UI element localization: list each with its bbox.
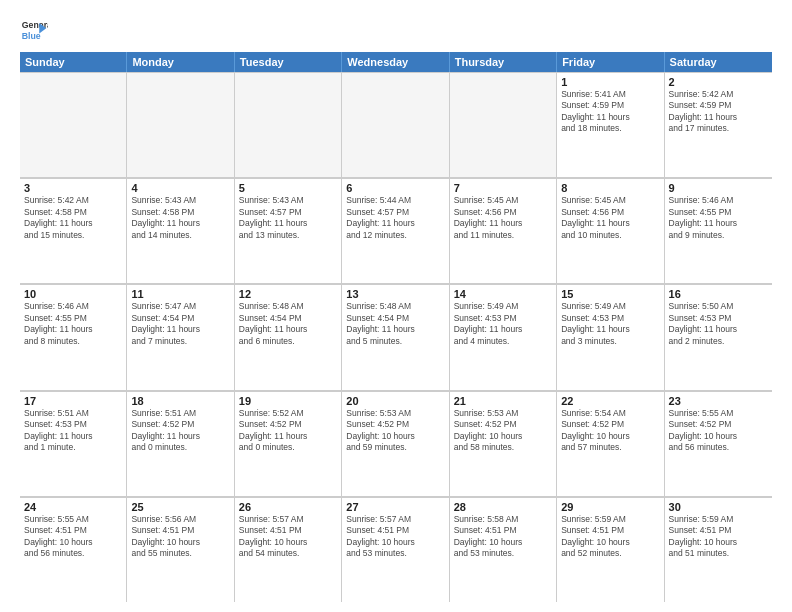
- calendar-cell: 11Sunrise: 5:47 AM Sunset: 4:54 PM Dayli…: [127, 284, 234, 389]
- cell-content: Sunrise: 5:48 AM Sunset: 4:54 PM Dayligh…: [346, 301, 444, 347]
- calendar-cell: 14Sunrise: 5:49 AM Sunset: 4:53 PM Dayli…: [450, 284, 557, 389]
- calendar-cell: 24Sunrise: 5:55 AM Sunset: 4:51 PM Dayli…: [20, 497, 127, 602]
- day-number: 22: [561, 395, 659, 407]
- calendar-cell: 8Sunrise: 5:45 AM Sunset: 4:56 PM Daylig…: [557, 178, 664, 283]
- cell-content: Sunrise: 5:52 AM Sunset: 4:52 PM Dayligh…: [239, 408, 337, 454]
- cell-content: Sunrise: 5:55 AM Sunset: 4:51 PM Dayligh…: [24, 514, 122, 560]
- calendar-cell: 29Sunrise: 5:59 AM Sunset: 4:51 PM Dayli…: [557, 497, 664, 602]
- cell-content: Sunrise: 5:56 AM Sunset: 4:51 PM Dayligh…: [131, 514, 229, 560]
- day-number: 7: [454, 182, 552, 194]
- cell-content: Sunrise: 5:57 AM Sunset: 4:51 PM Dayligh…: [346, 514, 444, 560]
- calendar-cell: 30Sunrise: 5:59 AM Sunset: 4:51 PM Dayli…: [665, 497, 772, 602]
- calendar-cell: 26Sunrise: 5:57 AM Sunset: 4:51 PM Dayli…: [235, 497, 342, 602]
- calendar-cell: 20Sunrise: 5:53 AM Sunset: 4:52 PM Dayli…: [342, 391, 449, 496]
- header-cell-sunday: Sunday: [20, 52, 127, 72]
- day-number: 3: [24, 182, 122, 194]
- calendar-cell: 3Sunrise: 5:42 AM Sunset: 4:58 PM Daylig…: [20, 178, 127, 283]
- cell-content: Sunrise: 5:42 AM Sunset: 4:58 PM Dayligh…: [24, 195, 122, 241]
- cell-content: Sunrise: 5:54 AM Sunset: 4:52 PM Dayligh…: [561, 408, 659, 454]
- cell-content: Sunrise: 5:55 AM Sunset: 4:52 PM Dayligh…: [669, 408, 768, 454]
- cell-content: Sunrise: 5:47 AM Sunset: 4:54 PM Dayligh…: [131, 301, 229, 347]
- cell-content: Sunrise: 5:59 AM Sunset: 4:51 PM Dayligh…: [561, 514, 659, 560]
- cell-content: Sunrise: 5:48 AM Sunset: 4:54 PM Dayligh…: [239, 301, 337, 347]
- day-number: 10: [24, 288, 122, 300]
- day-number: 13: [346, 288, 444, 300]
- calendar-cell: 28Sunrise: 5:58 AM Sunset: 4:51 PM Dayli…: [450, 497, 557, 602]
- day-number: 20: [346, 395, 444, 407]
- day-number: 9: [669, 182, 768, 194]
- cell-content: Sunrise: 5:44 AM Sunset: 4:57 PM Dayligh…: [346, 195, 444, 241]
- calendar-body: 1Sunrise: 5:41 AM Sunset: 4:59 PM Daylig…: [20, 72, 772, 602]
- calendar-cell: [450, 72, 557, 177]
- calendar-cell: 25Sunrise: 5:56 AM Sunset: 4:51 PM Dayli…: [127, 497, 234, 602]
- cell-content: Sunrise: 5:50 AM Sunset: 4:53 PM Dayligh…: [669, 301, 768, 347]
- calendar-cell: [235, 72, 342, 177]
- cell-content: Sunrise: 5:51 AM Sunset: 4:52 PM Dayligh…: [131, 408, 229, 454]
- calendar-cell: 6Sunrise: 5:44 AM Sunset: 4:57 PM Daylig…: [342, 178, 449, 283]
- calendar-cell: 16Sunrise: 5:50 AM Sunset: 4:53 PM Dayli…: [665, 284, 772, 389]
- calendar-cell: 18Sunrise: 5:51 AM Sunset: 4:52 PM Dayli…: [127, 391, 234, 496]
- calendar-row-2: 10Sunrise: 5:46 AM Sunset: 4:55 PM Dayli…: [20, 284, 772, 390]
- day-number: 27: [346, 501, 444, 513]
- cell-content: Sunrise: 5:59 AM Sunset: 4:51 PM Dayligh…: [669, 514, 768, 560]
- day-number: 15: [561, 288, 659, 300]
- day-number: 2: [669, 76, 768, 88]
- header-cell-monday: Monday: [127, 52, 234, 72]
- calendar-header: SundayMondayTuesdayWednesdayThursdayFrid…: [20, 52, 772, 72]
- day-number: 25: [131, 501, 229, 513]
- day-number: 17: [24, 395, 122, 407]
- calendar-cell: 19Sunrise: 5:52 AM Sunset: 4:52 PM Dayli…: [235, 391, 342, 496]
- calendar-row-1: 3Sunrise: 5:42 AM Sunset: 4:58 PM Daylig…: [20, 178, 772, 284]
- svg-text:Blue: Blue: [22, 31, 41, 41]
- header-cell-thursday: Thursday: [450, 52, 557, 72]
- calendar-cell: 17Sunrise: 5:51 AM Sunset: 4:53 PM Dayli…: [20, 391, 127, 496]
- calendar-row-0: 1Sunrise: 5:41 AM Sunset: 4:59 PM Daylig…: [20, 72, 772, 178]
- header-cell-friday: Friday: [557, 52, 664, 72]
- day-number: 1: [561, 76, 659, 88]
- logo: General Blue: [20, 16, 52, 44]
- day-number: 21: [454, 395, 552, 407]
- cell-content: Sunrise: 5:49 AM Sunset: 4:53 PM Dayligh…: [561, 301, 659, 347]
- day-number: 28: [454, 501, 552, 513]
- day-number: 26: [239, 501, 337, 513]
- cell-content: Sunrise: 5:43 AM Sunset: 4:57 PM Dayligh…: [239, 195, 337, 241]
- cell-content: Sunrise: 5:45 AM Sunset: 4:56 PM Dayligh…: [454, 195, 552, 241]
- calendar-cell: 12Sunrise: 5:48 AM Sunset: 4:54 PM Dayli…: [235, 284, 342, 389]
- calendar-cell: 7Sunrise: 5:45 AM Sunset: 4:56 PM Daylig…: [450, 178, 557, 283]
- calendar-cell: 27Sunrise: 5:57 AM Sunset: 4:51 PM Dayli…: [342, 497, 449, 602]
- day-number: 30: [669, 501, 768, 513]
- calendar-cell: 23Sunrise: 5:55 AM Sunset: 4:52 PM Dayli…: [665, 391, 772, 496]
- cell-content: Sunrise: 5:46 AM Sunset: 4:55 PM Dayligh…: [669, 195, 768, 241]
- cell-content: Sunrise: 5:53 AM Sunset: 4:52 PM Dayligh…: [346, 408, 444, 454]
- day-number: 19: [239, 395, 337, 407]
- day-number: 18: [131, 395, 229, 407]
- day-number: 12: [239, 288, 337, 300]
- day-number: 4: [131, 182, 229, 194]
- calendar-cell: 22Sunrise: 5:54 AM Sunset: 4:52 PM Dayli…: [557, 391, 664, 496]
- cell-content: Sunrise: 5:42 AM Sunset: 4:59 PM Dayligh…: [669, 89, 768, 135]
- day-number: 29: [561, 501, 659, 513]
- header-cell-tuesday: Tuesday: [235, 52, 342, 72]
- cell-content: Sunrise: 5:57 AM Sunset: 4:51 PM Dayligh…: [239, 514, 337, 560]
- day-number: 16: [669, 288, 768, 300]
- calendar-cell: 13Sunrise: 5:48 AM Sunset: 4:54 PM Dayli…: [342, 284, 449, 389]
- cell-content: Sunrise: 5:51 AM Sunset: 4:53 PM Dayligh…: [24, 408, 122, 454]
- day-number: 23: [669, 395, 768, 407]
- calendar-cell: 21Sunrise: 5:53 AM Sunset: 4:52 PM Dayli…: [450, 391, 557, 496]
- cell-content: Sunrise: 5:46 AM Sunset: 4:55 PM Dayligh…: [24, 301, 122, 347]
- header-cell-saturday: Saturday: [665, 52, 772, 72]
- calendar-row-4: 24Sunrise: 5:55 AM Sunset: 4:51 PM Dayli…: [20, 497, 772, 602]
- calendar-cell: 15Sunrise: 5:49 AM Sunset: 4:53 PM Dayli…: [557, 284, 664, 389]
- cell-content: Sunrise: 5:53 AM Sunset: 4:52 PM Dayligh…: [454, 408, 552, 454]
- day-number: 8: [561, 182, 659, 194]
- calendar-cell: 5Sunrise: 5:43 AM Sunset: 4:57 PM Daylig…: [235, 178, 342, 283]
- cell-content: Sunrise: 5:45 AM Sunset: 4:56 PM Dayligh…: [561, 195, 659, 241]
- header-cell-wednesday: Wednesday: [342, 52, 449, 72]
- day-number: 14: [454, 288, 552, 300]
- calendar-cell: [127, 72, 234, 177]
- cell-content: Sunrise: 5:43 AM Sunset: 4:58 PM Dayligh…: [131, 195, 229, 241]
- calendar-cell: 4Sunrise: 5:43 AM Sunset: 4:58 PM Daylig…: [127, 178, 234, 283]
- calendar-cell: 9Sunrise: 5:46 AM Sunset: 4:55 PM Daylig…: [665, 178, 772, 283]
- calendar: SundayMondayTuesdayWednesdayThursdayFrid…: [20, 52, 772, 602]
- calendar-row-3: 17Sunrise: 5:51 AM Sunset: 4:53 PM Dayli…: [20, 391, 772, 497]
